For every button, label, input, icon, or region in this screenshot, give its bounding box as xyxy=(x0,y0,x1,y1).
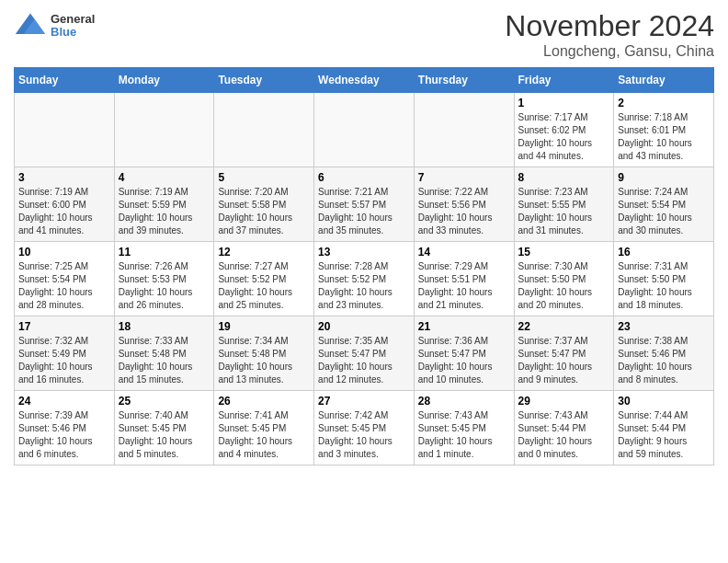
calendar-cell: 29Sunrise: 7:43 AM Sunset: 5:44 PM Dayli… xyxy=(514,391,614,465)
day-info: Sunrise: 7:22 AM Sunset: 5:56 PM Dayligh… xyxy=(418,186,510,237)
calendar-table: SundayMondayTuesdayWednesdayThursdayFrid… xyxy=(14,67,714,465)
calendar-cell: 5Sunrise: 7:20 AM Sunset: 5:58 PM Daylig… xyxy=(214,167,314,242)
weekday-header-saturday: Saturday xyxy=(614,68,714,93)
calendar-cell: 24Sunrise: 7:39 AM Sunset: 5:46 PM Dayli… xyxy=(15,391,115,465)
day-number: 12 xyxy=(218,246,310,259)
day-info: Sunrise: 7:31 AM Sunset: 5:50 PM Dayligh… xyxy=(618,260,710,312)
day-info: Sunrise: 7:18 AM Sunset: 6:01 PM Dayligh… xyxy=(618,111,710,163)
day-info: Sunrise: 7:29 AM Sunset: 5:51 PM Dayligh… xyxy=(418,260,510,312)
day-number: 10 xyxy=(18,246,110,259)
day-info: Sunrise: 7:43 AM Sunset: 5:44 PM Dayligh… xyxy=(518,409,610,461)
weekday-header-monday: Monday xyxy=(114,68,214,93)
day-number: 29 xyxy=(518,395,610,408)
day-number: 16 xyxy=(618,246,710,259)
day-info: Sunrise: 7:35 AM Sunset: 5:47 PM Dayligh… xyxy=(318,335,410,386)
calendar-cell: 7Sunrise: 7:22 AM Sunset: 5:56 PM Daylig… xyxy=(414,167,514,242)
calendar-cell: 6Sunrise: 7:21 AM Sunset: 5:57 PM Daylig… xyxy=(314,167,415,242)
calendar-cell: 19Sunrise: 7:34 AM Sunset: 5:48 PM Dayli… xyxy=(214,316,314,391)
calendar-cell: 28Sunrise: 7:43 AM Sunset: 5:45 PM Dayli… xyxy=(414,391,514,465)
weekday-header-thursday: Thursday xyxy=(414,68,514,93)
day-info: Sunrise: 7:43 AM Sunset: 5:45 PM Dayligh… xyxy=(418,409,510,461)
calendar-cell: 23Sunrise: 7:38 AM Sunset: 5:46 PM Dayli… xyxy=(614,316,714,391)
day-number: 1 xyxy=(518,97,610,109)
calendar-cell xyxy=(114,93,214,167)
month-title: November 2024 xyxy=(505,9,714,43)
calendar-cell xyxy=(314,93,415,167)
day-number: 19 xyxy=(218,320,310,333)
day-number: 9 xyxy=(618,171,710,184)
day-info: Sunrise: 7:34 AM Sunset: 5:48 PM Dayligh… xyxy=(218,335,310,386)
day-number: 4 xyxy=(119,171,210,184)
day-number: 6 xyxy=(318,171,410,184)
day-number: 18 xyxy=(119,320,210,333)
calendar-cell: 15Sunrise: 7:30 AM Sunset: 5:50 PM Dayli… xyxy=(514,242,614,316)
calendar-cell: 2Sunrise: 7:18 AM Sunset: 6:01 PM Daylig… xyxy=(614,93,714,167)
calendar-cell: 27Sunrise: 7:42 AM Sunset: 5:45 PM Dayli… xyxy=(314,391,415,465)
day-info: Sunrise: 7:26 AM Sunset: 5:53 PM Dayligh… xyxy=(119,260,210,312)
calendar-week-1: 3Sunrise: 7:19 AM Sunset: 6:00 PM Daylig… xyxy=(15,167,714,242)
day-number: 25 xyxy=(119,395,210,408)
weekday-header-wednesday: Wednesday xyxy=(314,68,415,93)
calendar-cell: 11Sunrise: 7:26 AM Sunset: 5:53 PM Dayli… xyxy=(114,242,214,316)
day-info: Sunrise: 7:39 AM Sunset: 5:46 PM Dayligh… xyxy=(18,409,110,461)
day-info: Sunrise: 7:42 AM Sunset: 5:45 PM Dayligh… xyxy=(318,409,410,461)
day-number: 22 xyxy=(518,320,610,333)
calendar-cell: 10Sunrise: 7:25 AM Sunset: 5:54 PM Dayli… xyxy=(15,242,115,316)
day-number: 28 xyxy=(418,395,510,408)
calendar-cell: 21Sunrise: 7:36 AM Sunset: 5:47 PM Dayli… xyxy=(414,316,514,391)
header: General Blue November 2024 Longcheng, Ga… xyxy=(14,9,714,60)
day-info: Sunrise: 7:28 AM Sunset: 5:52 PM Dayligh… xyxy=(318,260,410,312)
day-info: Sunrise: 7:24 AM Sunset: 5:54 PM Dayligh… xyxy=(618,186,710,237)
day-info: Sunrise: 7:33 AM Sunset: 5:48 PM Dayligh… xyxy=(119,335,210,386)
day-info: Sunrise: 7:44 AM Sunset: 5:44 PM Dayligh… xyxy=(618,409,710,461)
day-number: 17 xyxy=(18,320,110,333)
day-number: 3 xyxy=(18,171,110,184)
calendar-cell xyxy=(414,93,514,167)
weekday-header-row: SundayMondayTuesdayWednesdayThursdayFrid… xyxy=(15,68,714,93)
calendar-week-3: 17Sunrise: 7:32 AM Sunset: 5:49 PM Dayli… xyxy=(15,316,714,391)
weekday-header-tuesday: Tuesday xyxy=(214,68,314,93)
calendar-cell: 20Sunrise: 7:35 AM Sunset: 5:47 PM Dayli… xyxy=(314,316,415,391)
calendar-week-2: 10Sunrise: 7:25 AM Sunset: 5:54 PM Dayli… xyxy=(15,242,714,316)
calendar-cell: 12Sunrise: 7:27 AM Sunset: 5:52 PM Dayli… xyxy=(214,242,314,316)
logo-general-text: General xyxy=(51,13,95,26)
day-number: 13 xyxy=(318,246,410,259)
day-info: Sunrise: 7:27 AM Sunset: 5:52 PM Dayligh… xyxy=(218,260,310,312)
weekday-header-sunday: Sunday xyxy=(15,68,115,93)
day-info: Sunrise: 7:37 AM Sunset: 5:47 PM Dayligh… xyxy=(518,335,610,386)
day-number: 20 xyxy=(318,320,410,333)
logo-blue-text: Blue xyxy=(51,26,95,39)
logo: General Blue xyxy=(14,9,95,42)
day-info: Sunrise: 7:36 AM Sunset: 5:47 PM Dayligh… xyxy=(418,335,510,386)
calendar-cell: 1Sunrise: 7:17 AM Sunset: 6:02 PM Daylig… xyxy=(514,93,614,167)
weekday-header-friday: Friday xyxy=(514,68,614,93)
day-number: 7 xyxy=(418,171,510,184)
title-area: November 2024 Longcheng, Gansu, China xyxy=(505,9,714,60)
location: Longcheng, Gansu, China xyxy=(505,43,714,60)
logo-text: General Blue xyxy=(51,13,95,40)
day-info: Sunrise: 7:19 AM Sunset: 5:59 PM Dayligh… xyxy=(119,186,210,237)
day-info: Sunrise: 7:20 AM Sunset: 5:58 PM Dayligh… xyxy=(218,186,310,237)
day-info: Sunrise: 7:23 AM Sunset: 5:55 PM Dayligh… xyxy=(518,186,610,237)
calendar-cell: 4Sunrise: 7:19 AM Sunset: 5:59 PM Daylig… xyxy=(114,167,214,242)
day-info: Sunrise: 7:40 AM Sunset: 5:45 PM Dayligh… xyxy=(119,409,210,461)
day-info: Sunrise: 7:17 AM Sunset: 6:02 PM Dayligh… xyxy=(518,111,610,163)
calendar-cell: 30Sunrise: 7:44 AM Sunset: 5:44 PM Dayli… xyxy=(614,391,714,465)
day-number: 8 xyxy=(518,171,610,184)
calendar-cell: 17Sunrise: 7:32 AM Sunset: 5:49 PM Dayli… xyxy=(15,316,115,391)
day-number: 2 xyxy=(618,97,710,109)
calendar-cell: 13Sunrise: 7:28 AM Sunset: 5:52 PM Dayli… xyxy=(314,242,415,316)
day-number: 5 xyxy=(218,171,310,184)
day-info: Sunrise: 7:21 AM Sunset: 5:57 PM Dayligh… xyxy=(318,186,410,237)
logo-icon xyxy=(14,9,47,42)
calendar-cell: 3Sunrise: 7:19 AM Sunset: 6:00 PM Daylig… xyxy=(15,167,115,242)
day-info: Sunrise: 7:32 AM Sunset: 5:49 PM Dayligh… xyxy=(18,335,110,386)
day-number: 26 xyxy=(218,395,310,408)
day-number: 14 xyxy=(418,246,510,259)
calendar-cell: 26Sunrise: 7:41 AM Sunset: 5:45 PM Dayli… xyxy=(214,391,314,465)
day-number: 23 xyxy=(618,320,710,333)
calendar-cell: 16Sunrise: 7:31 AM Sunset: 5:50 PM Dayli… xyxy=(614,242,714,316)
calendar-cell: 9Sunrise: 7:24 AM Sunset: 5:54 PM Daylig… xyxy=(614,167,714,242)
day-info: Sunrise: 7:41 AM Sunset: 5:45 PM Dayligh… xyxy=(218,409,310,461)
calendar-week-4: 24Sunrise: 7:39 AM Sunset: 5:46 PM Dayli… xyxy=(15,391,714,465)
